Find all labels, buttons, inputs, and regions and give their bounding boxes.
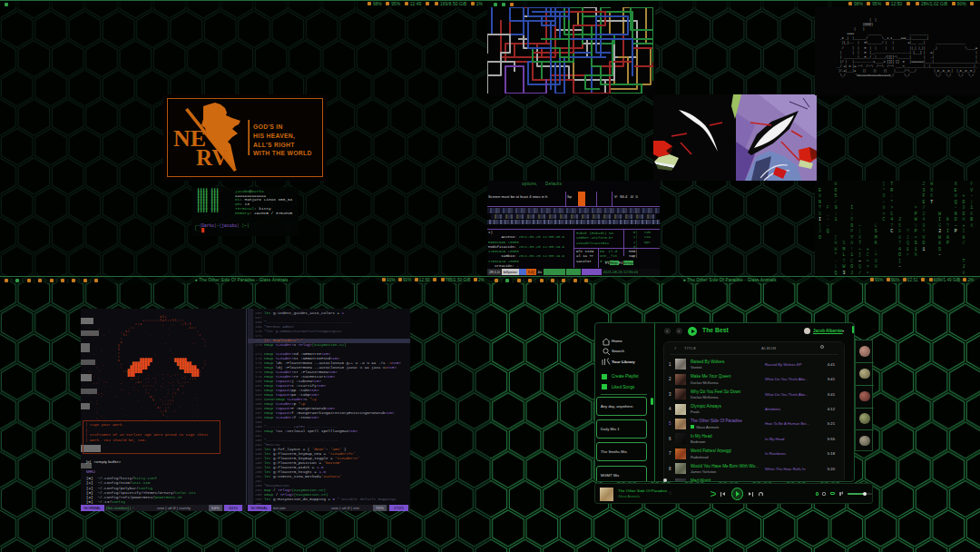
svg-text:HIS HEAVEN,: HIS HEAVEN,: [253, 133, 295, 140]
svg-text:WITH THE WORLD: WITH THE WORLD: [253, 150, 312, 156]
svg-text:RV: RV: [196, 145, 228, 170]
svg-text:GOD'S IN: GOD'S IN: [253, 123, 283, 130]
svg-text:ALL'S RIGHT: ALL'S RIGHT: [253, 142, 295, 148]
